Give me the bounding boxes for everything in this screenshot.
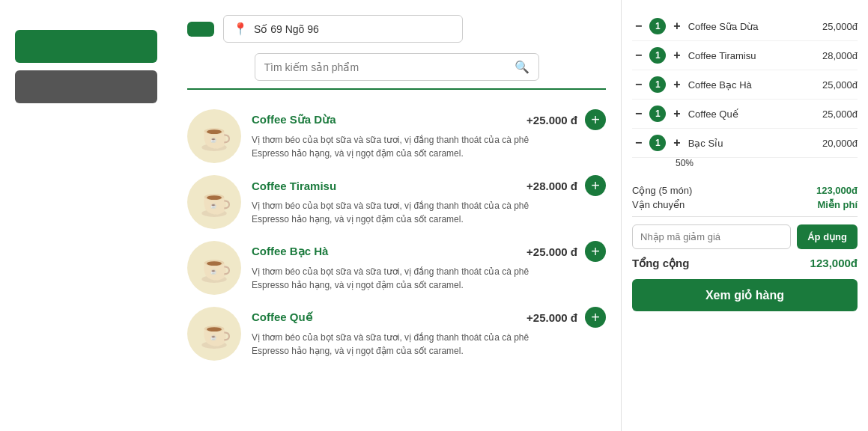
cart-item-row: − 1 + Coffee Bạc Hà 25,000đ: [632, 70, 858, 100]
item-name: Coffee Sữa Dừa: [252, 113, 336, 126]
item-name: Coffee Quế: [252, 311, 312, 324]
item-price: +28.000 đ: [526, 180, 577, 192]
cart-plus-button[interactable]: +: [670, 136, 683, 150]
svg-point-6: [207, 195, 222, 200]
shipping-row: Vận chuyển Miễn phí: [632, 199, 858, 210]
item-name-row: Coffee Bạc Hà +25.000 đ +: [252, 241, 606, 262]
subtotal-value: 123,000đ: [816, 185, 858, 196]
address-bar: 📍: [223, 15, 463, 43]
menu-item: ☕ Coffee Sữa Dừa +25.000 đ + Vị thơm béo…: [187, 109, 606, 163]
sidebar: [0, 0, 172, 431]
item-price: +25.000 đ: [526, 114, 577, 126]
item-info: Coffee Bạc Hà +25.000 đ + Vị thơm béo củ…: [252, 241, 606, 292]
cart-panel: − 1 + Coffee Sữa Dừa 25,000đ − 1 + Coffe…: [621, 0, 868, 431]
subtotal-row: Cộng (5 món) 123,000đ: [632, 185, 858, 196]
cart-item-price: 25,000đ: [822, 79, 858, 91]
cart-item-name: Bạc Sỉu: [688, 138, 818, 149]
cart-plus-button[interactable]: +: [670, 78, 683, 91]
cart-item-price: 28,000đ: [822, 50, 858, 61]
item-price-row: +25.000 đ +: [526, 241, 606, 262]
cart-plus-button[interactable]: +: [670, 107, 683, 120]
pin-icon: 📍: [233, 22, 248, 36]
cart-qty: 1: [649, 76, 666, 93]
item-image: ☕: [187, 109, 241, 163]
cart-item-row: − 1 + Bạc Sỉu 20,000đ: [632, 129, 858, 158]
total-label: Tổng cộng: [632, 257, 689, 270]
cart-item-row: − 1 + Coffee Sữa Dừa 25,000đ: [632, 12, 858, 41]
divider: [187, 88, 606, 90]
cart-item-price: 25,000đ: [822, 21, 858, 32]
item-price-row: +28.000 đ +: [526, 175, 606, 196]
subtotal-label: Cộng (5 món): [632, 185, 692, 196]
svg-text:☕: ☕: [210, 136, 217, 143]
svg-text:☕: ☕: [210, 202, 217, 209]
cart-item-name: Coffee Sữa Dừa: [688, 21, 818, 32]
cart-item-row: − 1 + Coffee Tiramisu 28,000đ: [632, 41, 858, 70]
add-item-button[interactable]: +: [585, 307, 606, 328]
cart-minus-button[interactable]: −: [632, 49, 645, 62]
add-item-button[interactable]: +: [585, 175, 606, 196]
item-name-row: Coffee Quế +25.000 đ +: [252, 307, 606, 328]
cart-plus-button[interactable]: +: [670, 19, 683, 33]
item-price-row: +25.000 đ +: [526, 307, 606, 328]
item-desc: Vị thơm béo của bọt sữa và sữa tươi, vị …: [252, 133, 606, 160]
svg-point-10: [207, 261, 222, 266]
search-icon: 🔍: [515, 60, 529, 74]
item-info: Coffee Sữa Dừa +25.000 đ + Vị thơm béo c…: [252, 109, 606, 160]
item-name-row: Coffee Sữa Dừa +25.000 đ +: [252, 109, 606, 130]
apply-coupon-button[interactable]: Áp dụng: [797, 224, 858, 249]
cart-discount: 50%: [632, 158, 858, 173]
cart-qty: 1: [649, 135, 666, 151]
cart-minus-button[interactable]: −: [632, 107, 645, 120]
cart-minus-button[interactable]: −: [632, 78, 645, 91]
item-image: ☕: [187, 241, 241, 295]
cart-item-name: Coffee Bạc Hà: [688, 79, 818, 91]
cart-qty: 1: [649, 106, 666, 122]
shipping-label: Vận chuyển: [632, 199, 685, 210]
item-image: ☕: [187, 307, 241, 361]
search-bar: 🔍: [255, 53, 539, 81]
item-name: Coffee Tiramisu: [252, 180, 336, 192]
menu-items-list: ☕ Coffee Sữa Dừa +25.000 đ + Vị thơm béo…: [187, 109, 606, 361]
cart-plus-button[interactable]: +: [670, 49, 683, 62]
checkout-button[interactable]: Xem giỏ hàng: [632, 279, 858, 311]
coupon-row: Áp dụng: [632, 224, 858, 249]
cart-item-row: − 1 + Coffee Quế 25,000đ: [632, 100, 858, 129]
total-row: Tổng cộng 123,000đ: [632, 257, 858, 270]
item-desc: Vị thơm béo của bọt sữa và sữa tươi, vị …: [252, 265, 606, 292]
main-content: 📍 🔍 ☕ Coffee Sữa Dừa +25.000 đ: [172, 0, 621, 431]
item-price: +25.000 đ: [526, 245, 577, 258]
cart-item-name: Coffee Tiramisu: [688, 50, 818, 61]
svg-point-2: [207, 129, 222, 134]
cafe-button[interactable]: [15, 30, 157, 63]
shido-button[interactable]: [15, 70, 157, 103]
menu-item: ☕ Coffee Quế +25.000 đ + Vị thơm béo của…: [187, 307, 606, 361]
item-desc: Vị thơm béo của bọt sữa và sữa tươi, vị …: [252, 199, 606, 226]
item-price: +25.000 đ: [526, 311, 577, 324]
cart-minus-button[interactable]: −: [632, 136, 645, 150]
cart-qty: 1: [649, 18, 666, 34]
giao-ngay-button[interactable]: [187, 22, 214, 37]
item-desc: Vị thơm béo của bọt sữa và sữa tươi, vị …: [252, 331, 606, 358]
search-input[interactable]: [264, 61, 509, 73]
menu-item: ☕ Coffee Tiramisu +28.000 đ + Vị thơm bé…: [187, 175, 606, 229]
cart-item-price: 20,000đ: [822, 138, 858, 149]
item-info: Coffee Tiramisu +28.000 đ + Vị thơm béo …: [252, 175, 606, 226]
coupon-input[interactable]: [632, 224, 791, 249]
cart-minus-button[interactable]: −: [632, 19, 645, 33]
item-info: Coffee Quế +25.000 đ + Vị thơm béo của b…: [252, 307, 606, 358]
svg-text:☕: ☕: [210, 334, 217, 340]
cart-item-name: Coffee Quế: [688, 108, 818, 120]
cart-item-price: 25,000đ: [822, 108, 858, 120]
add-item-button[interactable]: +: [585, 109, 606, 130]
address-input[interactable]: [254, 23, 453, 35]
item-image: ☕: [187, 175, 241, 229]
add-item-button[interactable]: +: [585, 241, 606, 262]
menu-item: ☕ Coffee Bạc Hà +25.000 đ + Vị thơm béo …: [187, 241, 606, 295]
svg-point-14: [207, 327, 222, 331]
shipping-value: Miễn phí: [818, 199, 858, 210]
cart-summary: Cộng (5 món) 123,000đ Vận chuyển Miễn ph…: [632, 179, 858, 217]
cart-qty: 1: [649, 47, 666, 64]
svg-text:☕: ☕: [210, 268, 217, 275]
top-bar: 📍: [187, 15, 606, 43]
